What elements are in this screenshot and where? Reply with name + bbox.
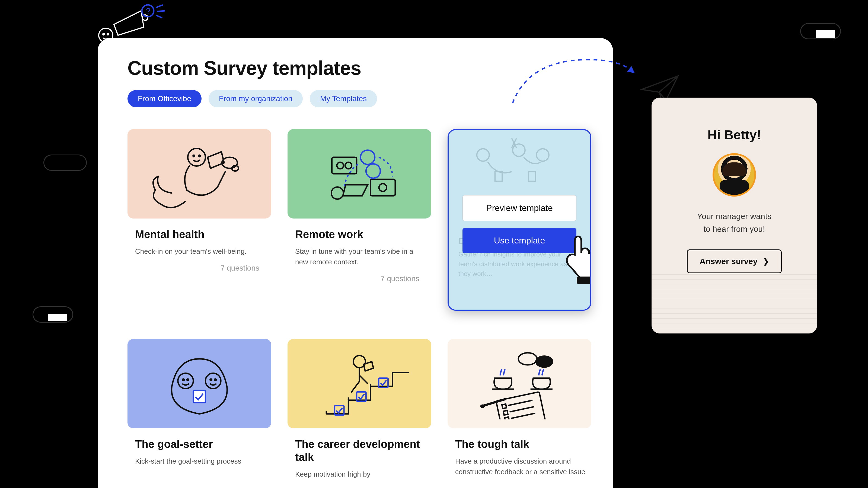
avatar — [713, 153, 756, 197]
filter-from-org[interactable]: From my organization — [209, 90, 303, 107]
template-card-career-dev[interactable]: The career development talk Keep motivat… — [287, 339, 431, 487]
svg-point-2 — [107, 33, 109, 35]
illustration-tough-talk — [447, 339, 591, 428]
svg-point-28 — [187, 379, 188, 381]
template-description: Kick-start the goal-setting process — [135, 456, 266, 466]
illustration-remote-work — [287, 129, 431, 219]
svg-rect-39 — [502, 404, 506, 409]
svg-point-29 — [210, 379, 212, 381]
svg-point-6 — [188, 149, 205, 166]
template-card-goal-setter[interactable]: The goal-setter Kick-start the goal-sett… — [127, 339, 271, 487]
fade-pattern — [652, 274, 817, 333]
illustration-career-dev — [287, 339, 431, 428]
template-grid: Mental health Check-in on your team's we… — [127, 129, 589, 487]
svg-point-26 — [205, 373, 221, 389]
survey-message-line1: Your manager wants — [697, 212, 771, 221]
svg-point-36 — [518, 353, 537, 365]
survey-prompt-card: Hi Betty! Your manager wants to hear fro… — [652, 98, 817, 333]
svg-line-44 — [511, 413, 535, 418]
answer-survey-label: Answer survey — [700, 257, 757, 266]
illustration-goal-setter — [127, 339, 271, 428]
template-title: Remote work — [295, 228, 431, 241]
svg-point-25 — [178, 373, 193, 389]
survey-message-line2: to hear from you! — [704, 225, 765, 233]
filter-from-officevibe[interactable]: From Officevibe — [127, 90, 202, 107]
template-description: Check-in on your team's well-being. — [135, 246, 266, 257]
svg-point-37 — [536, 356, 553, 367]
svg-line-42 — [510, 407, 534, 412]
svg-rect-23 — [528, 172, 535, 181]
template-title: The career development talk — [295, 437, 431, 464]
template-description: Stay in tune with your team's vibe in a … — [295, 246, 426, 267]
template-card-tough-talk[interactable]: The tough talk Have a productive discuss… — [447, 339, 591, 487]
answer-survey-button[interactable]: Answer survey ❯ — [687, 250, 781, 273]
svg-point-16 — [379, 184, 386, 191]
svg-point-13 — [337, 162, 343, 169]
template-card-selected[interactable]: Preview template Use template D Gather r… — [447, 129, 591, 320]
template-description: Keep motivation high by — [295, 469, 426, 480]
svg-point-45 — [481, 405, 484, 407]
survey-message: Your manager wants to hear from you! — [652, 210, 817, 235]
svg-rect-22 — [495, 172, 502, 181]
template-title: Mental health — [135, 228, 271, 241]
chevron-right-icon: ❯ — [763, 257, 769, 266]
svg-point-7 — [193, 155, 195, 157]
template-card-remote-work[interactable]: Remote work Stay in tune with your team'… — [287, 129, 431, 320]
svg-rect-41 — [503, 411, 508, 415]
template-description: Have a productive discussion around cons… — [455, 456, 586, 477]
template-title: The goal-setter — [135, 437, 271, 451]
template-description-ghost: Gather rich insights to improve your tea… — [458, 250, 574, 279]
svg-point-17 — [361, 150, 375, 165]
svg-point-30 — [215, 379, 216, 381]
cloud-icon — [33, 306, 73, 323]
svg-text:?: ? — [146, 6, 151, 15]
filter-my-templates[interactable]: My Templates — [310, 90, 377, 107]
preview-template-button[interactable]: Preview template — [463, 195, 577, 221]
illustration-mental-health — [127, 129, 271, 219]
svg-point-19 — [477, 149, 489, 161]
cloud-icon — [43, 155, 87, 171]
template-question-count: 7 questions — [287, 274, 420, 283]
svg-line-40 — [508, 400, 532, 405]
svg-point-11 — [331, 187, 343, 199]
svg-point-1 — [103, 33, 104, 35]
svg-point-27 — [183, 379, 184, 381]
svg-point-14 — [345, 162, 351, 169]
dashed-arrow-icon — [507, 54, 643, 108]
cloud-icon — [800, 23, 841, 39]
template-title: The tough talk — [455, 437, 591, 451]
template-card-mental-health[interactable]: Mental health Check-in on your team's we… — [127, 129, 271, 320]
hand-cursor-icon — [560, 231, 591, 285]
svg-point-20 — [513, 144, 525, 156]
svg-point-21 — [536, 149, 549, 161]
template-question-count: 7 questions — [127, 264, 259, 272]
svg-rect-24 — [577, 276, 591, 284]
svg-point-18 — [366, 164, 380, 178]
use-template-button[interactable]: Use template — [463, 228, 577, 253]
illustration-selected: Preview template Use template D Gather r… — [447, 129, 591, 311]
svg-rect-43 — [505, 417, 509, 419]
svg-point-8 — [198, 155, 200, 157]
svg-rect-12 — [332, 157, 356, 174]
survey-greeting: Hi Betty! — [652, 127, 817, 142]
svg-rect-15 — [371, 179, 395, 196]
